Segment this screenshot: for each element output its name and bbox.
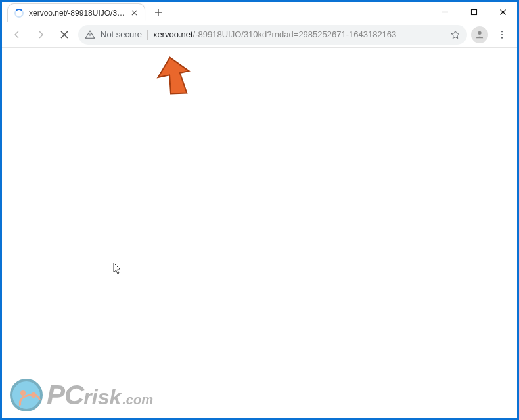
- window-controls: [430, 2, 517, 22]
- stop-reload-button[interactable]: [55, 25, 74, 45]
- svg-rect-0: [471, 9, 476, 14]
- close-icon: [499, 9, 507, 16]
- url-path: /-89918UIJO/310kd?rndad=2985252671-16431…: [193, 30, 397, 39]
- browser-menu-button[interactable]: [492, 25, 512, 45]
- page-content: [2, 48, 517, 418]
- maximize-icon: [470, 9, 478, 16]
- url-text: xervoo.net/-89918UIJO/310kd?rndad=298525…: [153, 30, 445, 39]
- tab-title: xervoo.net/-89918UIJO/310kd?rn: [29, 9, 126, 18]
- watermark-part1: PC: [47, 379, 83, 411]
- browser-window: xervoo.net/-89918UIJO/310kd?rn: [0, 0, 519, 420]
- tabs-row: xervoo.net/-89918UIJO/310kd?rn: [2, 2, 168, 22]
- url-host: xervoo.net: [153, 30, 193, 39]
- titlebar: xervoo.net/-89918UIJO/310kd?rn: [2, 2, 517, 22]
- arrow-left-icon: [11, 29, 23, 41]
- logo-ball-icon: [10, 379, 43, 411]
- window-close-button[interactable]: [488, 2, 517, 22]
- back-button[interactable]: [7, 25, 27, 45]
- new-tab-button[interactable]: [149, 3, 168, 22]
- forward-button[interactable]: [31, 25, 51, 45]
- watermark-part3: .com: [122, 392, 153, 408]
- svg-point-3: [501, 31, 503, 32]
- plus-icon: [154, 9, 162, 16]
- minimize-button[interactable]: [430, 2, 459, 22]
- watermark-logo: PC risk .com: [10, 379, 153, 411]
- warning-icon: [85, 30, 95, 40]
- svg-point-4: [501, 33, 503, 35]
- svg-point-5: [501, 37, 503, 38]
- arrow-right-icon: [35, 29, 47, 41]
- browser-toolbar: Not secure xervoo.net/-89918UIJO/310kd?r…: [2, 22, 517, 48]
- close-icon: [60, 30, 69, 39]
- toolbar-right: [471, 25, 512, 45]
- dots-vertical-icon: [497, 30, 507, 40]
- svg-point-2: [478, 31, 481, 34]
- svg-point-1: [89, 36, 90, 37]
- watermark-text: PC risk .com: [47, 379, 153, 411]
- tab-close-button[interactable]: [129, 8, 139, 18]
- person-icon: [474, 30, 485, 40]
- not-secure-label: Not secure: [101, 30, 142, 39]
- bookmark-star-icon[interactable]: [450, 30, 461, 40]
- browser-tab[interactable]: xervoo.net/-89918UIJO/310kd?rn: [7, 3, 145, 22]
- watermark-part2: risk: [83, 385, 121, 410]
- maximize-button[interactable]: [459, 2, 488, 22]
- loading-spinner-icon: [14, 9, 24, 18]
- profile-button[interactable]: [471, 26, 488, 43]
- close-icon: [131, 10, 137, 16]
- separator: [147, 30, 148, 40]
- address-bar[interactable]: Not secure xervoo.net/-89918UIJO/310kd?r…: [78, 25, 467, 45]
- minimize-icon: [441, 9, 449, 16]
